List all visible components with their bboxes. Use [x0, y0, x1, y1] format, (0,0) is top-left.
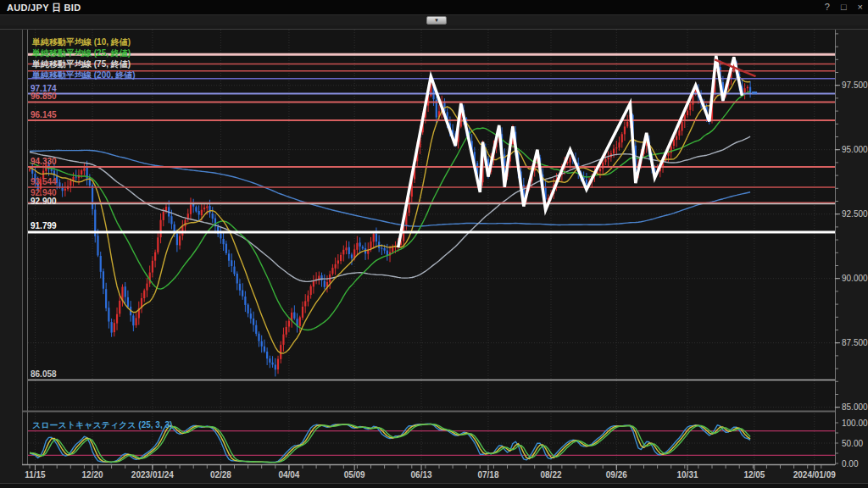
help-button[interactable]: ?	[825, 1, 830, 14]
last-price-marker	[752, 92, 757, 94]
chart-window: AUD/JPY 日 BID ? □ × ▾ 97.17496.85096.145…	[0, 0, 868, 488]
date-axis-label: 2023/01/24	[131, 470, 174, 480]
price-axis-label: 85.000	[842, 402, 868, 412]
date-axis-label: 12/20	[82, 470, 103, 480]
price-line-label: 86.058	[31, 369, 57, 379]
legend-item: 単純移動平均線 (200, 終値)	[31, 70, 136, 80]
collapse-panel-button[interactable]: ▾	[426, 16, 447, 25]
date-axis-label: 09/26	[606, 470, 627, 480]
date-axis-label: 11/15	[25, 470, 46, 480]
price-line-label: 92.900	[31, 197, 57, 206]
price-line-label: 91.799	[31, 221, 57, 230]
price-axis-label: 97.500	[842, 80, 868, 90]
price-axis-label: 87.500	[842, 338, 868, 347]
price-axis-label: 92.500	[842, 209, 868, 219]
legend-item: 単純移動平均線 (10, 終値)	[31, 37, 131, 47]
date-axis-label: 08/22	[541, 470, 562, 480]
chevron-down-icon: ▾	[435, 17, 438, 23]
window-titlebar[interactable]: AUD/JPY 日 BID ? □ ×	[0, 0, 868, 15]
stoch-axis-label: 100.00	[842, 419, 868, 428]
price-axis-label: 90.000	[842, 274, 868, 283]
legend-item: 単純移動平均線 (75, 終値)	[31, 59, 131, 69]
date-axis-label: 05/09	[344, 470, 365, 480]
date-axis-label: 12/05	[743, 470, 765, 480]
close-button[interactable]: ×	[858, 1, 863, 14]
stoch-axis-label: 0.00	[842, 459, 859, 469]
maximize-button[interactable]: □	[841, 1, 847, 14]
date-axis-label: 02/28	[210, 470, 231, 480]
date-axis-label: 2024/01/09	[793, 470, 836, 480]
date-axis-label: 10/31	[677, 470, 698, 480]
chart-canvas[interactable]: 97.17496.85096.14594.33093.54492.94092.9…	[0, 25, 868, 488]
date-axis-label: 06/13	[411, 470, 432, 480]
price-axis-label: 95.000	[842, 145, 868, 154]
price-line-label: 96.850	[31, 92, 57, 101]
stochastic-label: スローストキャスティクス (25, 3, 3)	[32, 420, 172, 430]
stoch-axis-label: 50.00	[842, 439, 863, 448]
date-axis-label: 04/04	[278, 470, 299, 480]
legend-item: 単純移動平均線 (25, 終値)	[31, 48, 131, 58]
price-line-label: 93.544	[31, 177, 57, 186]
date-axis-label: 07/18	[477, 470, 498, 480]
price-line-label: 96.145	[31, 110, 57, 119]
window-title: AUD/JPY 日 BID	[7, 2, 81, 14]
price-line-label: 94.330	[31, 157, 57, 166]
